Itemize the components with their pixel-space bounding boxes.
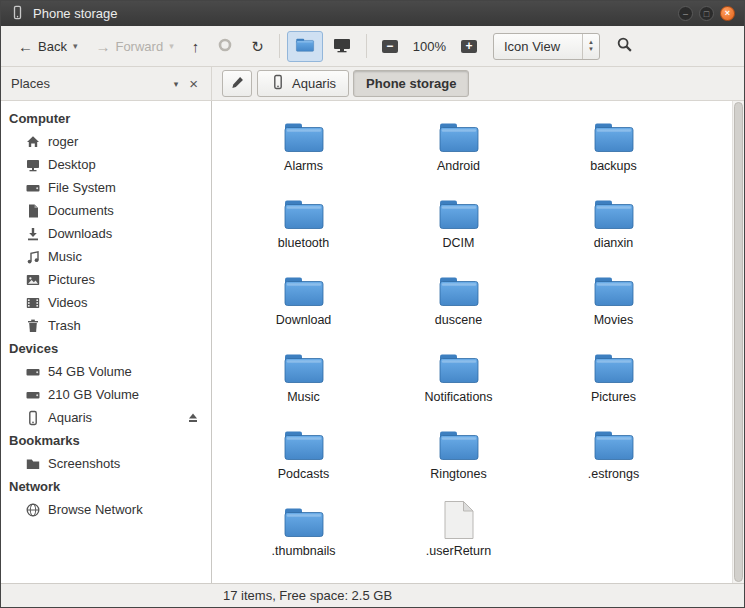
minimize-button[interactable]: – xyxy=(678,6,693,21)
file-item-pictures[interactable]: Pictures xyxy=(536,342,691,419)
sidebar-item-label: Pictures xyxy=(48,272,95,287)
up-arrow-icon: ↑ xyxy=(192,39,200,54)
sidebar-item-pictures[interactable]: Pictures xyxy=(1,268,211,291)
zoom-in-icon: + xyxy=(461,40,477,53)
eject-icon[interactable] xyxy=(185,410,201,426)
refresh-icon: ↻ xyxy=(251,39,264,54)
toolbar-separator xyxy=(366,34,367,58)
path-button-label: Aquaris xyxy=(292,76,336,91)
phone-icon xyxy=(270,74,286,93)
forward-dropdown-icon[interactable]: ▾ xyxy=(169,41,174,51)
sidebar-item-label: Screenshots xyxy=(48,456,120,471)
folder-icon xyxy=(282,500,326,540)
file-item-duscene[interactable]: duscene xyxy=(381,265,536,342)
file-item-estrongs[interactable]: .estrongs xyxy=(536,419,691,496)
sidebar-item-downloads[interactable]: Downloads xyxy=(1,222,211,245)
path-toolbar: AquarisPhone storage xyxy=(212,67,744,100)
view-mode-spinner[interactable]: ▲ ▼ xyxy=(582,34,599,59)
places-dropdown-icon[interactable]: ▾ xyxy=(174,79,179,89)
sidebar-item-54-gb-volume[interactable]: 54 GB Volume xyxy=(1,360,211,383)
zoom-out-icon: − xyxy=(382,40,398,53)
file-icon xyxy=(443,500,475,540)
file-item-download[interactable]: Download xyxy=(226,265,381,342)
sidebar-item-videos[interactable]: Videos xyxy=(1,291,211,314)
search-button[interactable] xyxy=(608,30,641,62)
sidebar-item-documents[interactable]: Documents xyxy=(1,199,211,222)
file-manager-window: Phone storage – □ × ← Back ▾ → Forward ▾… xyxy=(0,0,745,608)
maximize-button[interactable]: □ xyxy=(699,6,714,21)
desktop-icon xyxy=(25,157,41,173)
statusbar: 17 items, Free space: 2.5 GB xyxy=(1,583,744,607)
file-name: dianxin xyxy=(594,236,634,250)
drive-icon xyxy=(25,364,41,380)
zoom-in-button[interactable]: + xyxy=(453,34,485,59)
file-item-movies[interactable]: Movies xyxy=(536,265,691,342)
sidebar-item-screenshots[interactable]: Screenshots xyxy=(1,452,211,475)
sidebar-item-roger[interactable]: roger xyxy=(1,130,211,153)
file-item-backups[interactable]: backups xyxy=(536,111,691,188)
file-item-thumbnails[interactable]: .thumbnails xyxy=(226,496,381,573)
close-button[interactable]: × xyxy=(720,6,735,21)
back-arrow-icon: ← xyxy=(18,39,33,54)
sidebar-item-desktop[interactable]: Desktop xyxy=(1,153,211,176)
path-button-aquaris[interactable]: Aquaris xyxy=(257,70,349,97)
file-name: .estrongs xyxy=(588,467,639,481)
places-close-icon[interactable]: × xyxy=(186,75,201,92)
spinner-up-icon: ▲ xyxy=(588,39,594,46)
back-dropdown-icon[interactable]: ▾ xyxy=(73,41,78,51)
desktop-icon xyxy=(333,37,351,56)
up-button[interactable]: ↑ xyxy=(184,33,208,60)
breadcrumb: AquarisPhone storage xyxy=(257,70,469,97)
file-item-podcasts[interactable]: Podcasts xyxy=(226,419,381,496)
file-item-dianxin[interactable]: dianxin xyxy=(536,188,691,265)
file-item-android[interactable]: Android xyxy=(381,111,536,188)
scrollbar-thumb[interactable] xyxy=(734,102,743,582)
sidebar-item-210-gb-volume[interactable]: 210 GB Volume xyxy=(1,383,211,406)
sidebar-item-label: Desktop xyxy=(48,157,96,172)
zoom-out-button[interactable]: − xyxy=(374,34,406,59)
titlebar[interactable]: Phone storage – □ × xyxy=(1,1,744,26)
sidebar-item-file-system[interactable]: File System xyxy=(1,176,211,199)
places-section-devices: Devices xyxy=(1,337,211,360)
status-text: 17 items, Free space: 2.5 GB xyxy=(223,588,392,603)
drive-icon xyxy=(25,180,41,196)
document-icon xyxy=(25,203,41,219)
stop-button[interactable] xyxy=(209,31,241,62)
refresh-button[interactable]: ↻ xyxy=(243,33,272,60)
folder-icon xyxy=(592,423,636,463)
file-name: duscene xyxy=(435,313,482,327)
file-item-dcim[interactable]: DCIM xyxy=(381,188,536,265)
file-item-notifications[interactable]: Notifications xyxy=(381,342,536,419)
file-item-music[interactable]: Music xyxy=(226,342,381,419)
desktop-button[interactable] xyxy=(325,31,359,62)
home-folder-button[interactable] xyxy=(287,31,323,62)
back-button[interactable]: ← Back ▾ xyxy=(10,33,85,60)
vertical-scrollbar[interactable] xyxy=(732,101,744,583)
sidebar-item-aquaris[interactable]: Aquaris xyxy=(1,406,211,429)
file-item-userreturn[interactable]: .userReturn xyxy=(381,496,536,573)
folder-icon xyxy=(282,423,326,463)
edit-path-button[interactable] xyxy=(222,70,252,97)
toolbar-separator xyxy=(279,34,280,58)
video-icon xyxy=(25,295,41,311)
main-toolbar: ← Back ▾ → Forward ▾ ↑ ↻ − 100% xyxy=(1,26,744,67)
file-name: DCIM xyxy=(443,236,475,250)
home-folder-icon xyxy=(295,37,315,56)
folder-icon xyxy=(592,269,636,309)
folder-icon xyxy=(282,269,326,309)
forward-button[interactable]: → Forward ▾ xyxy=(87,33,181,60)
path-button-phone-storage[interactable]: Phone storage xyxy=(353,70,469,97)
folder-icon xyxy=(437,423,481,463)
sidebar-item-trash[interactable]: Trash xyxy=(1,314,211,337)
sidebar-item-label: Music xyxy=(48,249,82,264)
file-name: Ringtones xyxy=(430,467,486,481)
trash-icon xyxy=(25,318,41,334)
file-item-ringtones[interactable]: Ringtones xyxy=(381,419,536,496)
forward-arrow-icon: → xyxy=(95,39,110,54)
sidebar-item-browse-network[interactable]: Browse Network xyxy=(1,498,211,521)
sidebar-item-music[interactable]: Music xyxy=(1,245,211,268)
view-mode-select[interactable]: Icon View ▲ ▼ xyxy=(493,33,600,60)
file-item-bluetooth[interactable]: bluetooth xyxy=(226,188,381,265)
file-item-alarms[interactable]: Alarms xyxy=(226,111,381,188)
sidebar-item-label: Downloads xyxy=(48,226,112,241)
